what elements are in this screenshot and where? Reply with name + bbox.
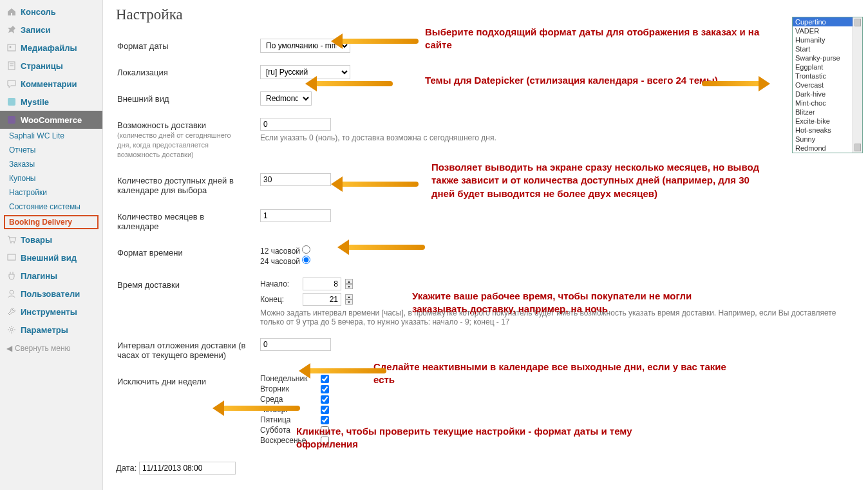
- theme-option[interactable]: Blitzer: [793, 108, 862, 117]
- sidebar-item-внешний вид[interactable]: Внешний вид: [0, 249, 102, 267]
- theme-option[interactable]: Trontastic: [793, 71, 862, 80]
- offset-input[interactable]: [260, 118, 331, 131]
- theme-option[interactable]: Excite-bike: [793, 117, 862, 126]
- theme-option[interactable]: Swanky-purse: [793, 53, 862, 62]
- theme-icon: [6, 97, 17, 107]
- theme-option[interactable]: Hot-sneaks: [793, 126, 862, 135]
- settings-icon: [6, 325, 17, 335]
- plugin-icon: [6, 270, 17, 281]
- theme-dropdown[interactable]: CupertinoVADERHumanityStartSwanky-purseE…: [792, 17, 863, 153]
- sidebar-subitem[interactable]: Отчеты: [0, 143, 102, 157]
- start-down[interactable]: ▼: [345, 284, 353, 289]
- theme-option[interactable]: Eggplant: [793, 62, 862, 71]
- svg-rect-5: [8, 98, 15, 106]
- svg-rect-9: [8, 254, 15, 260]
- exclude-Воскресенье-checkbox[interactable]: [321, 437, 329, 445]
- sidebar-subitem[interactable]: Saphali WC Lite: [0, 129, 102, 143]
- start-up[interactable]: ▲: [345, 279, 353, 284]
- end-label: Конец:: [260, 295, 299, 304]
- sidebar-item-параметры[interactable]: Параметры: [0, 321, 102, 339]
- label-delay: Интервал отложения доставки (в часах от …: [117, 333, 252, 368]
- date-format-select[interactable]: По умолчанию - mm/dd/yy: [260, 39, 350, 53]
- sidebar-subitem[interactable]: Состояние системы: [0, 200, 102, 214]
- theme-select[interactable]: Redmond: [260, 91, 312, 106]
- cart-icon: [6, 234, 17, 245]
- delay-input[interactable]: [260, 338, 331, 351]
- end-up[interactable]: ▲: [345, 294, 353, 299]
- page-icon: [6, 61, 17, 71]
- collapse-icon: ◀: [6, 344, 12, 353]
- sidebar-item-плагины[interactable]: Плагины: [0, 267, 102, 285]
- theme-option[interactable]: Start: [793, 44, 862, 53]
- svg-rect-6: [8, 116, 15, 124]
- time-format-12[interactable]: 12 часовой: [260, 247, 310, 256]
- sidebar-item-woocommerce[interactable]: WooCommerce: [0, 111, 102, 129]
- exclude-Четверг-checkbox[interactable]: [321, 406, 329, 414]
- sidebar-subitem[interactable]: Купоны: [0, 171, 102, 185]
- date-preview-input[interactable]: [139, 462, 236, 475]
- sidebar-item-записи[interactable]: Записи: [0, 21, 102, 39]
- label-date-format: Формат даты: [117, 33, 252, 59]
- label-days-count: Количество доступных дней в календаре дл…: [117, 168, 252, 203]
- time-format-24[interactable]: 24 часовой: [260, 257, 310, 266]
- theme-option[interactable]: Cupertino: [793, 17, 862, 26]
- theme-option[interactable]: Sunny: [793, 135, 862, 144]
- locale-select[interactable]: [ru] Русский: [260, 65, 350, 79]
- exclude-day-row: Воскресенье: [260, 436, 847, 445]
- sidebar-item-комментарии[interactable]: Комментарии: [0, 75, 102, 93]
- theme-option[interactable]: Dark-hive: [793, 90, 862, 99]
- sidebar-item-mystile[interactable]: Mystile: [0, 93, 102, 111]
- sidebar-item-инструменты[interactable]: Инструменты: [0, 303, 102, 321]
- sidebar-item-медиафайлы[interactable]: Медиафайлы: [0, 39, 102, 57]
- sidebar-subitem[interactable]: Настройки: [0, 185, 102, 200]
- exclude-day-row: Среда: [260, 395, 847, 404]
- exclude-day-row: Понедельник: [260, 374, 847, 383]
- exclude-Среда-checkbox[interactable]: [321, 395, 329, 404]
- time-end-input[interactable]: [303, 293, 341, 306]
- users-icon: [6, 288, 17, 299]
- sidebar-item-страницы[interactable]: Страницы: [0, 57, 102, 75]
- exclude-Суббота-checkbox[interactable]: [321, 426, 329, 435]
- sidebar-item-пользователи[interactable]: Пользователи: [0, 285, 102, 303]
- svg-rect-0: [8, 44, 15, 51]
- sidebar-item-консоль[interactable]: Консоль: [0, 3, 102, 21]
- exclude-Вторник-checkbox[interactable]: [321, 385, 329, 393]
- exclude-day-row: Суббота: [260, 426, 847, 435]
- theme-option[interactable]: Humanity: [793, 35, 862, 44]
- label-months: Количество месяцев в календаре: [117, 204, 252, 239]
- label-theme: Внешний вид: [117, 86, 252, 111]
- appearance-icon: [6, 252, 17, 263]
- media-icon: [6, 42, 17, 53]
- label-exclude: Исключить дни недели: [117, 369, 252, 451]
- home-icon: [6, 6, 17, 17]
- delivery-time-hint: Можно задать интервал времени [часы], в …: [260, 308, 840, 326]
- theme-option[interactable]: Redmond: [793, 144, 862, 153]
- sidebar-subitem[interactable]: Заказы: [0, 157, 102, 171]
- days-count-input[interactable]: [260, 173, 331, 186]
- tools-icon: [6, 306, 17, 317]
- woo-icon: [6, 115, 17, 125]
- svg-point-8: [14, 242, 15, 243]
- comment-icon: [6, 79, 17, 89]
- exclude-Понедельник-checkbox[interactable]: [321, 375, 329, 383]
- preview-label: Дата:: [116, 463, 137, 473]
- theme-option[interactable]: Overcast: [793, 80, 862, 90]
- label-offset: Возможность доставки (количество дней от…: [117, 113, 252, 167]
- start-label: Начало:: [260, 279, 299, 288]
- svg-point-11: [10, 328, 13, 331]
- theme-option[interactable]: VADER: [793, 26, 862, 35]
- time-start-input[interactable]: [303, 278, 341, 290]
- scrollbar[interactable]: [853, 17, 862, 153]
- months-input[interactable]: [260, 209, 331, 222]
- sidebar-item-booking-delivery[interactable]: Booking Delivery: [4, 215, 99, 229]
- exclude-Пятница-checkbox[interactable]: [321, 416, 329, 424]
- svg-point-1: [10, 46, 12, 48]
- label-time-format: Формат времени: [117, 240, 252, 271]
- sidebar-item-товары[interactable]: Товары: [0, 231, 102, 249]
- collapse-menu[interactable]: ◀ Свернуть меню: [0, 339, 102, 358]
- theme-option[interactable]: Mint-choc: [793, 99, 862, 108]
- end-down[interactable]: ▼: [345, 299, 353, 305]
- admin-sidebar: КонсольЗаписиМедиафайлыСтраницыКомментар…: [0, 0, 103, 490]
- main-content: Настройка Формат даты По умолчанию - mm/…: [103, 0, 868, 490]
- settings-form: Формат даты По умолчанию - mm/dd/yy Лока…: [116, 32, 855, 453]
